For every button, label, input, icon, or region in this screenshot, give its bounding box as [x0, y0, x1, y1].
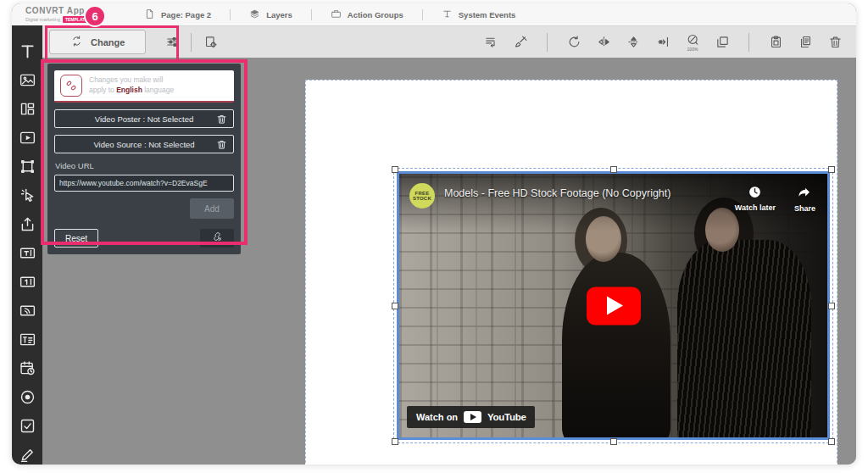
settings-sliders-icon[interactable]	[161, 31, 183, 53]
resize-handle-top-left[interactable]	[392, 166, 398, 173]
change-button[interactable]: Change	[49, 30, 146, 54]
source-trash-icon[interactable]	[216, 139, 227, 150]
notice-text: Changes you make will apply to English l…	[89, 75, 174, 96]
zoom-value-label: 100%	[687, 47, 698, 51]
poster-trash-icon[interactable]	[216, 114, 227, 125]
input-phone-tool-icon[interactable]	[19, 302, 36, 320]
resize-handle-top-center[interactable]	[610, 166, 617, 173]
input-number-tool-icon[interactable]	[19, 273, 36, 291]
resize-handle-mid-left[interactable]	[392, 303, 398, 309]
textarea-tool-icon[interactable]	[19, 331, 36, 348]
resize-handle-bottom-center[interactable]	[610, 438, 617, 445]
duplicate-icon[interactable]	[711, 31, 733, 53]
element-toolbar: Change 100%	[42, 25, 856, 58]
model-left-body	[562, 253, 670, 437]
system-events-icon	[442, 8, 453, 21]
link-icon	[60, 75, 82, 97]
signature-tool-icon[interactable]	[19, 446, 36, 464]
rotate-icon[interactable]	[563, 31, 585, 53]
tab-page[interactable]: Page: Page 2	[125, 8, 230, 21]
add-button[interactable]: Add	[190, 198, 234, 219]
tab-system-events[interactable]: System Events	[423, 8, 535, 21]
text-tool-icon[interactable]	[19, 42, 36, 60]
watch-later-button[interactable]: Watch later	[735, 185, 776, 213]
image-tool-icon[interactable]	[19, 71, 36, 89]
unlink-button[interactable]	[200, 229, 234, 248]
play-triangle-icon	[607, 297, 623, 315]
share-button[interactable]: Share	[794, 185, 815, 213]
video-url-input[interactable]	[54, 175, 234, 192]
channel-avatar[interactable]: FREE STOCK	[409, 183, 435, 209]
paste-icon[interactable]	[765, 31, 787, 53]
order-list-icon[interactable]	[480, 31, 502, 53]
align-right-icon[interactable]	[652, 31, 674, 53]
video-url-label: Video URL	[55, 161, 234, 170]
toolbar-divider	[191, 33, 192, 52]
selected-video-element[interactable]: FREE STOCK Models - Free HD Stock Footag…	[397, 171, 830, 440]
toolbar-divider	[748, 33, 749, 52]
step-number-badge: 6	[84, 5, 106, 27]
page-canvas[interactable]: FREE STOCK Models - Free HD Stock Footag…	[305, 80, 837, 465]
resize-handle-top-right[interactable]	[828, 166, 835, 173]
checkbox-tool-icon[interactable]	[19, 417, 36, 435]
clock-icon	[748, 185, 762, 201]
editor-window: CONVRT App Digital marketing TEMPLATE Pa…	[12, 3, 856, 465]
layers-icon	[249, 8, 260, 21]
action-groups-icon	[331, 8, 342, 21]
video-poster-button[interactable]: Video Poster : Not Selected	[54, 109, 234, 128]
header-tabs: Page: Page 2 Layers Action Groups System…	[125, 3, 534, 25]
model-right-body	[677, 240, 811, 437]
layout-tool-icon[interactable]	[19, 100, 36, 118]
page-icon	[144, 8, 155, 21]
flip-horizontal-icon[interactable]	[593, 31, 615, 53]
broken-link-icon	[211, 231, 223, 246]
delete-trash-icon[interactable]	[824, 31, 846, 53]
flip-vertical-icon[interactable]	[622, 31, 644, 53]
video-tool-icon[interactable]	[19, 129, 36, 147]
video-settings-panel: Changes you make will apply to English l…	[47, 64, 241, 254]
resize-handle-bottom-right[interactable]	[828, 438, 835, 445]
resize-handle-mid-right[interactable]	[828, 303, 835, 309]
format-paint-icon[interactable]	[509, 31, 531, 53]
radio-tool-icon[interactable]	[19, 388, 36, 406]
input-text-tool-icon[interactable]	[19, 244, 36, 262]
top-header: CONVRT App Digital marketing TEMPLATE Pa…	[12, 3, 856, 25]
share-arrow-icon	[797, 185, 812, 202]
youtube-logo-icon	[464, 411, 481, 423]
export-box-tool-icon[interactable]	[19, 215, 36, 233]
click-action-tool-icon[interactable]	[19, 186, 36, 204]
watch-on-youtube-button[interactable]: Watch on YouTube	[407, 406, 535, 428]
tools-sidebar	[12, 25, 42, 465]
shape-tool-icon[interactable]	[19, 158, 36, 175]
tab-action-groups[interactable]: Action Groups	[312, 8, 422, 21]
resize-handle-bottom-left[interactable]	[392, 438, 398, 445]
toolbar-divider	[547, 33, 548, 52]
language-notice: Changes you make will apply to English l…	[54, 70, 234, 103]
page-settings-icon[interactable]	[199, 31, 221, 53]
zoom-percent-icon[interactable]: 100%	[682, 31, 704, 53]
play-button[interactable]	[587, 287, 641, 325]
video-title[interactable]: Models - Free HD Stock Footage (No Copyr…	[444, 187, 726, 199]
reset-button[interactable]: Reset	[54, 229, 98, 248]
video-title-bar: FREE STOCK Models - Free HD Stock Footag…	[399, 174, 827, 231]
copy-icon[interactable]	[794, 31, 816, 53]
datepicker-tool-icon[interactable]	[19, 359, 36, 377]
video-source-button[interactable]: Video Source : Not Selected	[54, 135, 234, 153]
logo-subtitle: Digital marketing	[25, 17, 60, 22]
swap-icon	[70, 35, 83, 49]
tab-layers[interactable]: Layers	[231, 8, 311, 21]
